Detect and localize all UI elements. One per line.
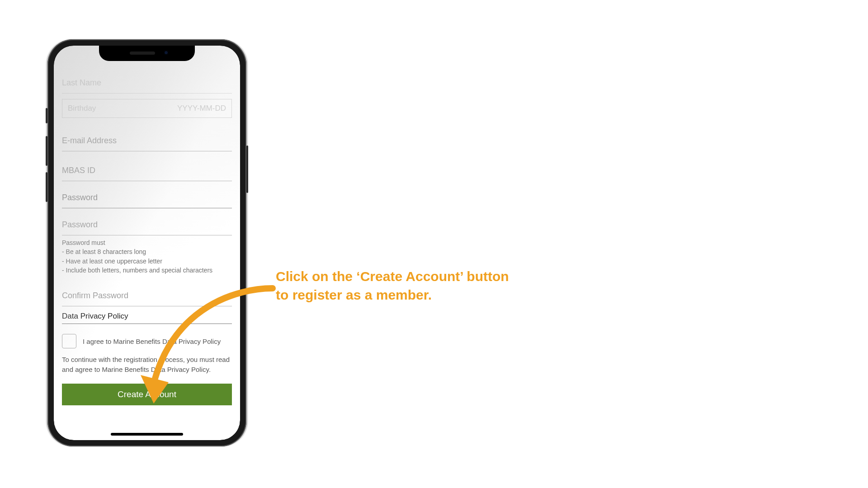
callout-text: Click on the ‘Create Account’ button to … bbox=[276, 267, 509, 304]
volume-up-button bbox=[46, 136, 47, 166]
confirm-password-label: Confirm Password bbox=[62, 291, 128, 300]
agree-checkbox[interactable] bbox=[62, 334, 76, 348]
callout-line-2: to register as a member. bbox=[276, 286, 509, 305]
confirm-password-field[interactable]: Confirm Password bbox=[62, 286, 232, 306]
volume-down-button bbox=[46, 172, 47, 202]
mute-switch bbox=[46, 108, 47, 123]
hint-line-2: - Have at least one uppercase letter bbox=[62, 257, 232, 266]
password-hint: Password must - Be at least 8 characters… bbox=[62, 238, 232, 275]
hint-line-3: - Include both letters, numbers and spec… bbox=[62, 266, 232, 275]
phone-screen: Last Name Birthday YYYY-MM-DD E-mail Add… bbox=[54, 46, 240, 440]
password2-field[interactable]: Password bbox=[62, 215, 232, 235]
home-indicator-icon bbox=[111, 433, 183, 436]
birthday-field[interactable]: Birthday YYYY-MM-DD bbox=[62, 99, 232, 118]
registration-form: Last Name Birthday YYYY-MM-DD E-mail Add… bbox=[62, 73, 232, 427]
mbas-id-label: MBAS ID bbox=[62, 166, 95, 175]
birthday-format: YYYY-MM-DD bbox=[177, 104, 226, 113]
hint-title: Password must bbox=[62, 238, 232, 247]
last-name-field[interactable]: Last Name bbox=[62, 73, 232, 94]
birthday-label: Birthday bbox=[68, 104, 96, 113]
phone-frame: Last Name Birthday YYYY-MM-DD E-mail Add… bbox=[47, 39, 246, 446]
phone-notch bbox=[99, 46, 195, 61]
callout-line-1: Click on the ‘Create Account’ button bbox=[276, 267, 509, 286]
create-account-button[interactable]: Create Account bbox=[62, 384, 232, 405]
mbas-id-field[interactable]: MBAS ID bbox=[62, 160, 232, 181]
create-account-label: Create Account bbox=[118, 389, 176, 399]
password-label: Password bbox=[62, 193, 98, 202]
continue-text: To continue with the registration proces… bbox=[62, 355, 232, 375]
last-name-label: Last Name bbox=[62, 78, 101, 88]
hint-line-1: - Be at least 8 characters long bbox=[62, 247, 232, 256]
email-label: E-mail Address bbox=[62, 136, 117, 145]
agree-text: I agree to Marine Benefits Data Privacy … bbox=[83, 338, 221, 345]
password-field[interactable]: Password bbox=[62, 188, 232, 208]
power-button bbox=[246, 145, 248, 193]
password2-label: Password bbox=[62, 220, 98, 230]
email-field[interactable]: E-mail Address bbox=[62, 131, 232, 151]
privacy-title: Data Privacy Policy bbox=[62, 312, 232, 324]
